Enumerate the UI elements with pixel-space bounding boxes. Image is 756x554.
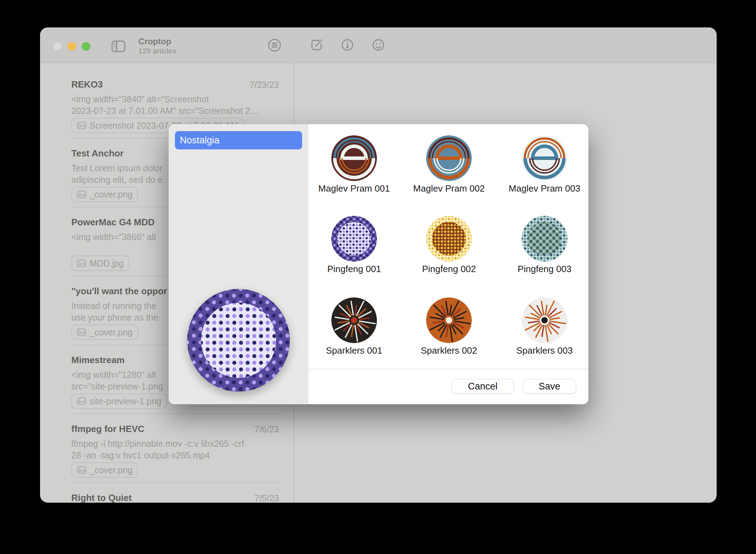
attachment-name: MDD.jpg bbox=[90, 258, 124, 269]
sparklers-icon bbox=[426, 297, 472, 343]
pingfeng-icon bbox=[331, 216, 377, 262]
titlebar: Croptop 129 articles bbox=[40, 27, 717, 63]
article-date: 7/5/23 bbox=[254, 493, 279, 503]
pingfeng-inner-circle bbox=[528, 222, 561, 256]
icon-option-pingfeng-003[interactable]: Pingfeng 003 bbox=[502, 216, 587, 262]
icon-option-sparklers-002[interactable]: Sparklers 002 bbox=[407, 297, 491, 343]
icon-option-pingfeng-001[interactable]: Pingfeng 001 bbox=[312, 216, 396, 262]
icon-option-sparklers-001[interactable]: Sparklers 001 bbox=[312, 297, 396, 343]
attachment-chip: _cover.png bbox=[71, 187, 138, 202]
attachment-name: _cover.png bbox=[90, 327, 132, 337]
article-item[interactable]: ffmpeg for HEVC7/6/23ffmpeg -i http://pi… bbox=[71, 424, 279, 461]
maglev-icon bbox=[522, 135, 567, 181]
article-count: 129 articles bbox=[138, 46, 176, 56]
photo-icon bbox=[77, 397, 86, 405]
pingfeng-icon bbox=[522, 216, 567, 262]
photo-icon bbox=[77, 122, 86, 129]
attachment-chip: _cover.png bbox=[71, 324, 138, 340]
smiley-icon[interactable] bbox=[372, 39, 384, 52]
maglev-icon bbox=[426, 135, 472, 181]
compose-icon[interactable] bbox=[311, 39, 323, 53]
article-title: ffmpeg for HEVC bbox=[71, 424, 279, 434]
article-snippet: <img width="3840" alt="Screenshot2023-07… bbox=[71, 94, 279, 117]
pingfeng-icon bbox=[426, 216, 472, 262]
minimize-button[interactable] bbox=[67, 42, 76, 51]
article-snippet-line: 28 -an -tag:v hvc1 output-x265.mp4 bbox=[71, 450, 279, 461]
attachment-chip: site-preview-1.png bbox=[71, 393, 167, 409]
zoom-button[interactable] bbox=[82, 42, 90, 51]
sparklers-icon bbox=[331, 297, 377, 343]
theme-list-panel: Nostalgia bbox=[169, 124, 308, 404]
icon-option-label: Pingfeng 002 bbox=[407, 264, 491, 275]
app-title: Croptop bbox=[138, 37, 176, 46]
list-circle-icon[interactable] bbox=[268, 39, 281, 53]
sparklers-icon bbox=[522, 297, 567, 343]
pingfeng-inner-circle bbox=[432, 222, 466, 256]
article-snippet-line: ffmpeg -i http://pinnable.mov -c:v libx2… bbox=[71, 438, 279, 450]
icon-option-label: Sparklers 003 bbox=[502, 345, 587, 356]
icon-option-label: Pingfeng 001 bbox=[312, 264, 396, 275]
photo-icon bbox=[77, 328, 86, 336]
theme-picker-dialog: Nostalgia Maglev Pram 001 Maglev Pram 00… bbox=[169, 124, 588, 404]
article-date: 7/23/23 bbox=[250, 80, 279, 90]
article-snippet-line: 2023-07-23 at 7.01.00 AM" src="Screensho… bbox=[71, 105, 279, 117]
article-divider bbox=[71, 482, 282, 483]
footer-divider bbox=[308, 369, 588, 369]
icon-option-label: Maglev Pram 002 bbox=[407, 183, 491, 194]
article-title: REKO3 bbox=[71, 79, 279, 90]
close-button[interactable] bbox=[53, 42, 61, 51]
icon-option-label: Sparklers 002 bbox=[407, 345, 491, 356]
icon-option-pingfeng-002[interactable]: Pingfeng 002 bbox=[407, 216, 491, 262]
article-item[interactable]: REKO37/23/23<img width="3840" alt="Scree… bbox=[71, 79, 279, 117]
attachment-chip: _cover.png bbox=[71, 462, 138, 478]
cancel-button[interactable]: Cancel bbox=[451, 379, 514, 394]
photo-icon bbox=[77, 259, 86, 267]
save-button[interactable]: Save bbox=[523, 379, 576, 394]
article-snippet-line: <img width="3840" alt="Screenshot bbox=[71, 94, 279, 105]
icon-option-label: Sparklers 001 bbox=[312, 345, 396, 356]
icon-option-label: Maglev Pram 003 bbox=[502, 183, 587, 194]
article-item[interactable]: Right to Quiet7/5/23 bbox=[71, 492, 279, 503]
article-snippet: ffmpeg -i http://pinnable.mov -c:v libx2… bbox=[71, 438, 279, 461]
icon-option-sparklers-003[interactable]: Sparklers 003 bbox=[502, 297, 587, 343]
attachment-name: site-preview-1.png bbox=[90, 396, 161, 406]
pingfeng-inner-circle bbox=[337, 222, 371, 256]
theme-list-item-nostalgia[interactable]: Nostalgia bbox=[175, 131, 302, 149]
icon-option-maglev-pram-002[interactable]: Maglev Pram 002 bbox=[407, 135, 491, 181]
screen: { "app": {"name": "Croptop", "subtitle":… bbox=[0, 0, 756, 554]
maglev-icon bbox=[331, 135, 377, 181]
article-divider bbox=[71, 413, 282, 414]
article-title: Right to Quiet bbox=[71, 492, 279, 503]
attachment-name: _cover.png bbox=[90, 189, 132, 200]
icon-option-label: Pingfeng 003 bbox=[502, 264, 587, 275]
window-title-block: Croptop 129 articles bbox=[138, 37, 176, 56]
icon-option-maglev-pram-003[interactable]: Maglev Pram 003 bbox=[502, 135, 587, 181]
info-icon[interactable] bbox=[341, 39, 353, 52]
attachment-chip: MDD.jpg bbox=[71, 256, 129, 271]
icon-option-maglev-pram-001[interactable]: Maglev Pram 001 bbox=[312, 135, 396, 181]
photo-icon bbox=[77, 466, 86, 474]
attachment-name: _cover.png bbox=[90, 465, 132, 475]
icon-grid-panel: Maglev Pram 001 Maglev Pram 002 Maglev P… bbox=[308, 124, 588, 404]
photo-icon bbox=[77, 191, 86, 198]
sidebar-toggle-icon[interactable] bbox=[111, 40, 125, 54]
article-date: 7/6/23 bbox=[254, 424, 279, 434]
icon-option-label: Maglev Pram 001 bbox=[312, 183, 396, 194]
pingfeng-inner-circle bbox=[201, 303, 276, 378]
theme-preview-icon bbox=[187, 289, 290, 392]
